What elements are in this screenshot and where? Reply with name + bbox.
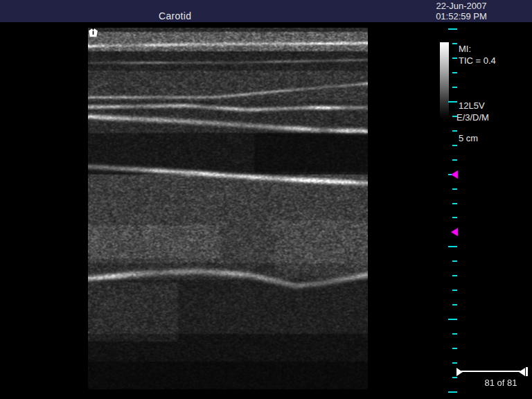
ruler-minor-tick [452, 362, 457, 364]
ruler-minor-tick [452, 87, 457, 88]
ruler-minor-tick [452, 377, 457, 378]
ruler-minor-tick [452, 57, 457, 59]
ruler-major-tick [448, 101, 457, 103]
ruler-minor-tick [452, 130, 457, 132]
ruler-minor-tick [452, 203, 457, 204]
ruler-minor-tick [452, 348, 457, 349]
ruler-minor-tick [452, 275, 457, 276]
grayscale-bar [440, 42, 449, 119]
focal-zone-marker-icon [451, 228, 458, 236]
ruler-minor-tick [452, 43, 457, 44]
ruler-minor-tick [452, 304, 457, 305]
cine-playhead-icon[interactable] [456, 368, 463, 376]
time-text: 01:52:59 PM [416, 11, 507, 21]
ruler-minor-tick [452, 333, 457, 335]
cine-track[interactable] [461, 371, 520, 372]
frame-counter: 81 of 81 [466, 378, 532, 388]
ruler-minor-tick [452, 231, 457, 233]
date-text: 22-Jun-2007 [416, 1, 507, 11]
ruler-minor-tick [452, 159, 457, 161]
imaging-mode-label: E/3/D/M [456, 112, 489, 123]
ruler-minor-tick [452, 260, 457, 262]
ruler-major-tick [448, 28, 457, 30]
ruler-minor-tick [452, 188, 457, 190]
transducer-label: 12L5V [459, 100, 485, 111]
title-bar: Carotid 22-Jun-2007 01:52:59 PM [0, 0, 532, 22]
orientation-marker-icon [89, 28, 98, 37]
ruler-minor-tick [452, 290, 457, 291]
tic-value: TIC = 0.4 [459, 55, 496, 66]
datetime-display: 22-Jun-2007 01:52:59 PM [416, 1, 507, 21]
ruler-major-tick [448, 391, 457, 393]
cine-end-bar [526, 367, 528, 376]
ruler-minor-tick [452, 145, 457, 146]
ruler-minor-tick [452, 72, 457, 73]
ruler-major-tick [448, 246, 457, 247]
focal-zone-marker-icon [451, 170, 458, 179]
depth-label: 5 cm [459, 133, 478, 143]
cine-end-marker-icon [519, 368, 525, 376]
ruler-major-tick [448, 174, 457, 175]
mi-label: MI: [459, 44, 471, 54]
ruler-major-tick [448, 319, 457, 320]
exam-title: Carotid [159, 10, 191, 21]
ultrasound-image [88, 28, 368, 389]
ruler-minor-tick [452, 217, 457, 218]
